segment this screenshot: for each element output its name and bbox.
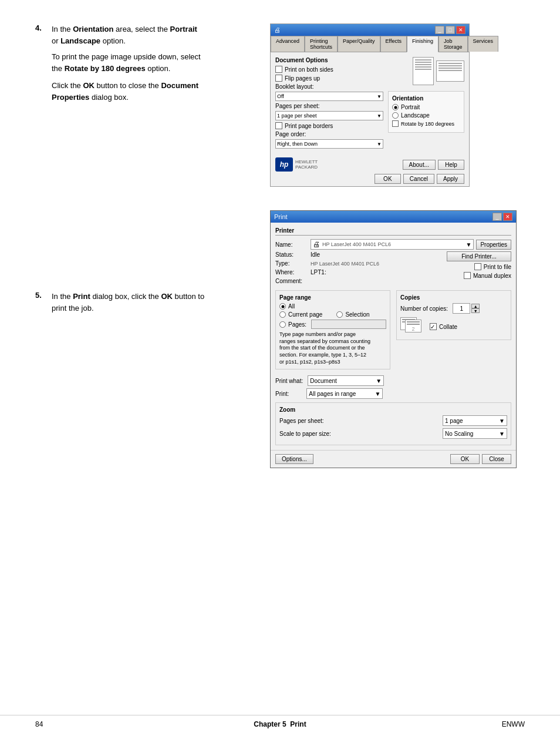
step-4-subpara-1: To print the page image upside down, sel… bbox=[52, 51, 252, 74]
copies-col: Copies Number of copies: ▲ ▼ bbox=[396, 290, 511, 373]
comment-row: Comment: bbox=[275, 278, 444, 284]
landscape-radio[interactable] bbox=[392, 112, 399, 119]
booklet-layout-label: Booklet layout: bbox=[275, 83, 314, 90]
manual-duplex-label: Manual duplex bbox=[473, 273, 511, 279]
scale-select[interactable]: No Scaling ▼ bbox=[443, 428, 507, 439]
print-close-btn[interactable]: ✕ bbox=[503, 213, 512, 221]
document-options-label: Document Options bbox=[275, 57, 383, 63]
maximize-button[interactable]: □ bbox=[446, 26, 455, 34]
step-4-header: 4. In the Orientation area, select the P… bbox=[35, 23, 252, 46]
options-button[interactable]: Options... bbox=[275, 454, 313, 464]
step-5-text: In the Print dialog box, click the OK bu… bbox=[52, 291, 204, 314]
landscape-option: Landscape bbox=[392, 112, 460, 119]
booklet-select[interactable]: Off ▼ bbox=[275, 92, 383, 101]
copies-input[interactable] bbox=[453, 303, 470, 314]
dialog-tabs: Advanced Printing Shortcuts Paper/Qualit… bbox=[271, 36, 469, 52]
print-minimize-btn[interactable]: _ bbox=[492, 213, 502, 221]
landscape-label: Landscape bbox=[401, 112, 430, 119]
print-what-select[interactable]: Document ▼ bbox=[308, 375, 384, 386]
name-input[interactable]: 🖨 HP LaserJet 400 M401 PCL6 ▼ bbox=[311, 239, 474, 250]
footer-chapter: Chapter 5 Print bbox=[254, 720, 306, 728]
cancel-button[interactable]: Cancel bbox=[403, 174, 434, 184]
copies-up-btn[interactable]: ▲ bbox=[471, 304, 480, 308]
pages-per-sheet-arrow: ▼ bbox=[377, 113, 382, 119]
pages-input[interactable] bbox=[311, 320, 386, 329]
help-button[interactable]: Help bbox=[438, 160, 464, 170]
hp-logo: hp bbox=[275, 157, 293, 172]
doc-properties-body: Document Options Print on both sides Fli… bbox=[271, 52, 469, 155]
page-footer: 84 Chapter 5 Print ENWW bbox=[0, 715, 560, 728]
flip-pages-checkbox[interactable] bbox=[275, 75, 282, 82]
status-value: Idle bbox=[311, 251, 444, 258]
print-label: Print: bbox=[275, 391, 289, 397]
zoom-pps-value: 1 page bbox=[445, 418, 463, 424]
orientation-label: Orientation bbox=[392, 95, 460, 102]
tab-effects[interactable]: Effects bbox=[380, 36, 407, 52]
tab-paper-quality[interactable]: Paper/Quality bbox=[338, 36, 380, 52]
footer-brand: ENWW bbox=[306, 720, 525, 728]
tab-job-storage[interactable]: Job Storage bbox=[438, 36, 468, 52]
print-what-arrow: ▼ bbox=[376, 378, 382, 384]
print-select[interactable]: All pages in range ▼ bbox=[306, 388, 383, 399]
copies-down-btn[interactable]: ▼ bbox=[471, 308, 480, 313]
name-dropdown[interactable]: ▼ bbox=[466, 241, 472, 248]
print-what-value: Document bbox=[310, 378, 337, 384]
minimize-button[interactable]: _ bbox=[435, 26, 444, 34]
preview-orientation-area: Orientation Portrait Landscape bbox=[388, 57, 464, 150]
tab-finishing[interactable]: Finishing bbox=[407, 36, 438, 52]
print-body: Printer Name: 🖨 HP LaserJet 400 M401 PCL… bbox=[271, 223, 516, 450]
print-both-sides-checkbox[interactable] bbox=[275, 66, 282, 73]
apply-button[interactable]: Apply bbox=[437, 174, 464, 184]
right-content: 🖨 _ □ ✕ Advanced Printing Shortcuts bbox=[270, 23, 525, 468]
page: 4. In the Orientation area, select the P… bbox=[0, 0, 560, 746]
page-preview-2 bbox=[436, 61, 464, 82]
print-dialog: Print _ ✕ Printer Name: 🖨 bbox=[270, 210, 517, 468]
pages-label: Pages: bbox=[288, 321, 306, 328]
current-page-radio[interactable] bbox=[279, 311, 286, 318]
tab-services[interactable]: Services bbox=[468, 36, 499, 52]
type-row: Type: HP LaserJet 400 M401 PCL6 bbox=[275, 260, 444, 267]
print-to-file-checkbox[interactable] bbox=[474, 263, 481, 270]
print-row: Print: All pages in range ▼ bbox=[275, 388, 511, 399]
step-5-number: 5. bbox=[35, 291, 47, 314]
print-page-borders-checkbox[interactable] bbox=[275, 122, 282, 129]
print-arrow: ▼ bbox=[375, 391, 380, 397]
print-ok-button[interactable]: OK bbox=[450, 454, 480, 464]
comment-label: Comment: bbox=[275, 278, 311, 284]
rotate-checkbox[interactable] bbox=[392, 120, 399, 127]
ok-cancel-apply: OK Cancel Apply bbox=[275, 174, 464, 184]
page-order-label-row: Page order: bbox=[275, 131, 383, 137]
print-close-button[interactable]: Close bbox=[482, 454, 511, 464]
page-order-select[interactable]: Right, then Down ▼ bbox=[275, 139, 383, 149]
selection-radio[interactable] bbox=[336, 311, 343, 318]
flip-pages-row: Flip pages up bbox=[275, 75, 383, 82]
properties-button[interactable]: Properties bbox=[476, 240, 511, 250]
step-4-text: In the Orientation area, select the Port… bbox=[52, 23, 197, 46]
manual-duplex-checkbox[interactable] bbox=[464, 272, 471, 279]
name-icon: 🖨 bbox=[313, 240, 320, 248]
hp-logo-area: hp HEWLETTPACKARD bbox=[275, 157, 318, 172]
chapter-text: Chapter 5 bbox=[254, 720, 286, 728]
tab-printing-shortcuts[interactable]: Printing Shortcuts bbox=[305, 36, 338, 52]
ok-button[interactable]: OK bbox=[375, 174, 401, 184]
portrait-radio[interactable] bbox=[392, 104, 399, 110]
booklet-value: Off bbox=[277, 93, 284, 99]
flip-pages-label: Flip pages up bbox=[285, 75, 320, 82]
print-footer: Options... OK Close bbox=[271, 450, 516, 468]
pages-row: Pages: bbox=[279, 320, 386, 329]
name-label: Name: bbox=[275, 241, 311, 248]
pages-radio[interactable] bbox=[279, 321, 286, 328]
tab-advanced[interactable]: Advanced bbox=[271, 36, 305, 52]
ok-close-buttons: OK Close bbox=[450, 454, 511, 464]
zoom-pps-label: Pages per sheet: bbox=[279, 418, 324, 424]
where-row: Where: LPT1: bbox=[275, 269, 444, 275]
print-to-file-row: Print to file bbox=[474, 263, 511, 270]
close-button[interactable]: ✕ bbox=[456, 26, 465, 34]
page-previews bbox=[413, 57, 464, 85]
collate-checkbox[interactable]: ✓ bbox=[430, 323, 437, 330]
zoom-pps-select[interactable]: 1 page ▼ bbox=[443, 415, 507, 426]
find-printer-button[interactable]: Find Printer... bbox=[447, 251, 511, 261]
pages-per-sheet-select[interactable]: 1 page per sheet ▼ bbox=[275, 111, 383, 120]
all-radio[interactable] bbox=[279, 303, 286, 310]
about-button[interactable]: About... bbox=[403, 160, 436, 170]
